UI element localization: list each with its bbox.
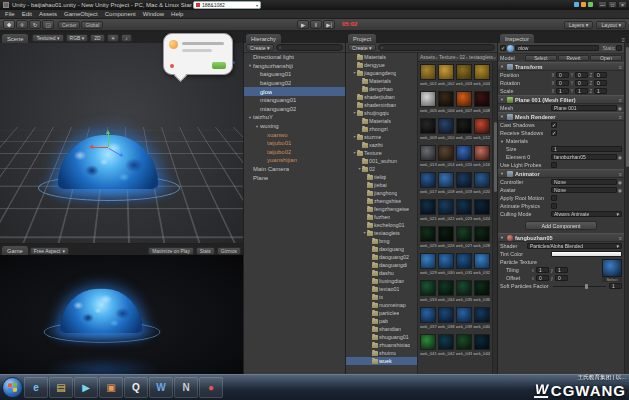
project-create-button[interactable]: Create ▾ [348, 44, 376, 51]
layout-dropdown[interactable]: Layout ▾ [596, 21, 626, 29]
project-folder-daxiguang[interactable]: daxiguang [346, 245, 417, 253]
tab-project[interactable]: Project [348, 34, 376, 43]
hierarchy-item-fangtuzhanshiji[interactable]: ▼fangtuzhanshiji [244, 62, 345, 71]
tab-hierarchy[interactable]: Hierarchy [246, 34, 281, 43]
scale-x-field[interactable]: 1 [556, 88, 569, 94]
tint-color-swatch[interactable] [551, 251, 622, 257]
mesh-filter-header[interactable]: ▼ Plane 001 (Mesh Filter) ≡ [498, 95, 624, 104]
asset-tile-wek_005[interactable]: wek_005 [420, 91, 437, 118]
hierarchy-item-wuxing[interactable]: ▼wuxing [244, 122, 345, 131]
offset-y-field[interactable]: 0 [555, 275, 568, 281]
titlebar-search-overlay[interactable]: 188&1082 ▾ [193, 1, 261, 9]
receive-shadows-checkbox[interactable]: ✓ [551, 130, 557, 136]
controller-field[interactable]: None [551, 179, 617, 185]
prefab-revert-button[interactable]: Revert [558, 55, 590, 61]
light-probes-checkbox[interactable] [551, 162, 557, 168]
position-y-field[interactable]: 0 [575, 72, 588, 78]
project-folder-shandian[interactable]: shandian [346, 325, 417, 333]
project-folder-shuguang01[interactable]: shuguang01 [346, 333, 417, 341]
project-folder-wuek[interactable]: wuek [346, 357, 417, 365]
menu-item-component[interactable]: Component [105, 11, 136, 17]
hierarchy-item-Plane[interactable]: Plane [244, 173, 345, 182]
hierarchy-item-glow[interactable]: glow [244, 87, 345, 96]
project-folder-02[interactable]: ▼02 [346, 165, 417, 173]
tab-scene[interactable]: Scene [2, 34, 28, 43]
project-folder-fuzhen[interactable]: fuzhen [346, 213, 417, 221]
mesh-field[interactable]: Plane 001 [551, 105, 617, 111]
animator-header[interactable]: ▼ Animator ≡ [498, 169, 624, 178]
asset-tile-wek_039[interactable]: wek_039 [456, 307, 473, 334]
asset-tile-wek_043[interactable]: wek_043 [456, 334, 473, 361]
asset-tile-wek_026[interactable]: wek_026 [438, 226, 455, 253]
breadcrumb-item-02[interactable]: 02 [459, 54, 465, 60]
transform-gizmo[interactable] [108, 147, 110, 149]
asset-tile-wek_008[interactable]: wek_008 [473, 91, 490, 118]
asset-tile-wek_013[interactable]: wek_013 [420, 145, 437, 172]
project-folder-liuxingdian[interactable]: liuxingdian [346, 277, 417, 285]
gear-icon[interactable]: ≡ [619, 97, 622, 103]
menu-item-assets[interactable]: Assets [39, 11, 57, 17]
asset-tile-wek_003[interactable]: wek_003 [456, 64, 473, 91]
gear-icon[interactable]: ≡ [619, 171, 622, 177]
rotation-y-field[interactable]: 0 [575, 80, 588, 86]
project-folder-shuimu[interactable]: shuimu [346, 349, 417, 357]
asset-tile-wek_041[interactable]: wek_041 [420, 334, 437, 361]
asset-tile-wek_042[interactable]: wek_042 [438, 334, 455, 361]
texture-select-button[interactable]: Select [602, 277, 622, 282]
scene-control-2[interactable]: 2D [90, 34, 104, 42]
hierarchy-item-mianguang02[interactable]: mianguang02 [244, 105, 345, 114]
maximize-button[interactable]: □ [608, 1, 617, 8]
asset-tile-wek_021[interactable]: wek_021 [420, 199, 437, 226]
soft-particles-field[interactable]: 1 [609, 283, 622, 289]
asset-tile-wek_024[interactable]: wek_024 [473, 199, 490, 226]
scene-control-0[interactable]: Textured ▾ [32, 34, 63, 42]
object-picker-icon[interactable]: ◉ [618, 154, 622, 160]
menu-item-gameobject[interactable]: GameObject [64, 11, 98, 17]
tab-inspector[interactable]: Inspector [500, 34, 534, 43]
project-folder-tx[interactable]: tx [346, 293, 417, 301]
project-folder-nuomeinap[interactable]: nuomeinap [346, 301, 417, 309]
pause-button[interactable]: ‖ [310, 20, 322, 29]
static-checkbox[interactable] [616, 45, 622, 51]
gear-icon[interactable]: ≡ [619, 235, 622, 241]
project-folder-jiebai[interactable]: jiebai [346, 181, 417, 189]
project-folder-particlee[interactable]: particlee [346, 309, 417, 317]
foldout-icon[interactable]: ▼ [500, 171, 505, 176]
project-folder-tieliqi[interactable]: tieliqi [346, 173, 417, 181]
start-button[interactable] [2, 377, 23, 398]
word-taskbar-icon[interactable]: W [149, 377, 173, 398]
step-button[interactable]: ▶| [323, 20, 335, 29]
mesh-renderer-header[interactable]: ▼ Mesh Renderer ≡ [498, 112, 624, 121]
asset-tile-wek_011[interactable]: wek_011 [456, 118, 473, 145]
asset-tile-wek_037[interactable]: wek_037 [420, 307, 437, 334]
avatar-field[interactable]: None [551, 187, 617, 193]
add-component-button[interactable]: Add Component [525, 221, 597, 230]
animate-physics-checkbox[interactable] [551, 203, 557, 209]
gizmo-x-arrow[interactable] [91, 147, 108, 148]
rotation-z-field[interactable]: 0 [594, 80, 607, 86]
hierarchy-item-yuanshijian[interactable]: yuanshijian [244, 156, 345, 165]
chat-popup-bubble[interactable] [163, 33, 233, 75]
aspect-dropdown[interactable]: Free Aspect ▾ [30, 247, 69, 255]
media-player-taskbar-icon[interactable]: ▶ [74, 377, 98, 398]
rotation-x-field[interactable]: 0 [556, 80, 569, 86]
hierarchy-item-baiguang02[interactable]: baiguang02 [244, 79, 345, 88]
object-picker-icon[interactable]: ◉ [618, 179, 622, 185]
element0-field[interactable]: fangbuzhan05 [551, 154, 617, 160]
project-folder-Materials[interactable]: Materials [346, 77, 417, 85]
tab-game[interactable]: Game [2, 246, 28, 255]
game-viewport[interactable] [0, 255, 243, 374]
maximize-on-play-button[interactable]: Maximize on Play [148, 247, 194, 255]
asset-tile-wek_028[interactable]: wek_028 [473, 226, 490, 253]
asset-tile-wek_004[interactable]: wek_004 [473, 64, 490, 91]
file-explorer-taskbar-icon[interactable]: ▤ [49, 377, 73, 398]
asset-tile-wek_018[interactable]: wek_018 [438, 172, 455, 199]
asset-tile-wek_033[interactable]: wek_033 [420, 280, 437, 307]
hierarchy-item-Main Camera[interactable]: Main Camera [244, 165, 345, 174]
hand-tool-button[interactable]: ✥ [3, 20, 15, 29]
project-folder-zhengshise[interactable]: zhengshise [346, 197, 417, 205]
tray-icon-0[interactable] [574, 2, 579, 7]
search-overlay-text[interactable]: 188&1082 [202, 2, 254, 8]
asset-tile-wek_012[interactable]: wek_012 [473, 118, 490, 145]
project-folder-texiaoglets[interactable]: ▼texiaoglets [346, 229, 417, 237]
